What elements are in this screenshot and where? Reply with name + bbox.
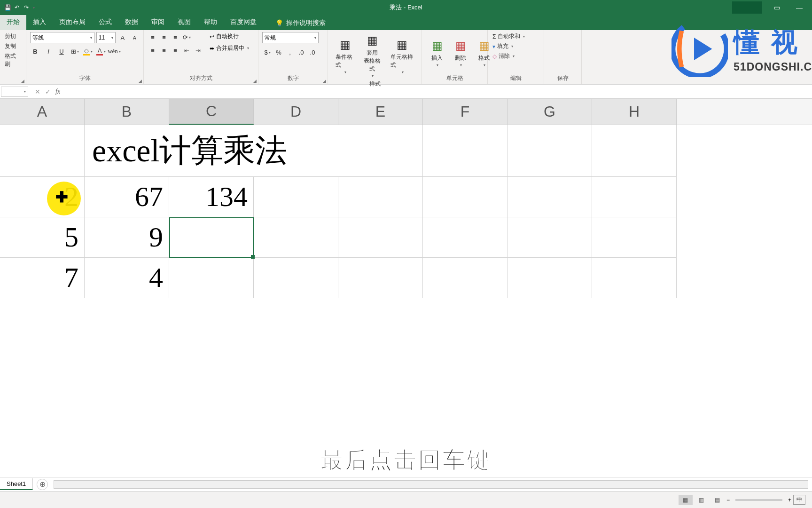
tab-review[interactable]: 审阅 — [145, 15, 171, 30]
dec-decimal-icon[interactable]: .0 — [307, 47, 318, 57]
dialog-launcher-icon[interactable]: ◢ — [323, 79, 326, 83]
font-name-select[interactable]: 等线▾ — [30, 32, 94, 43]
format-painter-button[interactable]: 格式刷 — [4, 52, 22, 69]
sheet-tab-1[interactable]: Sheet1 — [0, 478, 33, 490]
conditional-format-button[interactable]: ▦条件格式▾ — [332, 32, 358, 79]
comma-icon[interactable]: , — [285, 47, 295, 57]
orientation-icon[interactable]: ⟳ — [181, 32, 192, 42]
merge-center-button[interactable]: ⬌合并后居中 — [209, 44, 250, 53]
fill-color-button[interactable]: ◇ — [83, 46, 93, 56]
page-break-icon[interactable]: ▤ — [710, 495, 725, 505]
qat-more-icon[interactable]: ▾ — [33, 6, 35, 10]
undo-icon[interactable]: ↶ — [13, 4, 21, 11]
cell-G2[interactable] — [508, 177, 592, 217]
name-box[interactable]: ▾ — [1, 87, 28, 97]
account-box[interactable] — [732, 1, 762, 14]
cell-B1[interactable]: excel计算乘法 — [85, 125, 338, 177]
increase-font-icon[interactable]: A — [117, 32, 128, 43]
zoom-out-button[interactable]: − — [726, 497, 730, 503]
align-top-icon[interactable]: ≡ — [148, 32, 158, 42]
cell-B3[interactable]: 9 — [85, 217, 169, 258]
ime-indicator[interactable]: 中 — [793, 495, 805, 505]
tab-help[interactable]: 帮助 — [197, 15, 224, 30]
tab-view[interactable]: 视图 — [171, 15, 197, 30]
col-header-F[interactable]: F — [423, 99, 508, 125]
tab-data[interactable]: 数据 — [118, 15, 145, 30]
cell-B4[interactable]: 4 — [85, 258, 169, 298]
zoom-in-button[interactable]: + — [788, 497, 791, 503]
delete-cell-button[interactable]: ▦删除▾ — [449, 32, 472, 73]
tab-baidu[interactable]: 百度网盘 — [224, 15, 263, 30]
align-left-icon[interactable]: ≡ — [148, 45, 158, 56]
cell-E3[interactable] — [338, 217, 423, 258]
clear-button[interactable]: ◇清除 — [492, 52, 540, 61]
cell-D4[interactable] — [254, 258, 338, 298]
number-format-select[interactable]: 常规▾ — [262, 32, 319, 43]
cell-A2[interactable]: 2 — [0, 177, 85, 217]
cut-button[interactable]: 剪切 — [4, 32, 22, 41]
tab-insert[interactable]: 插入 — [26, 15, 53, 30]
inc-decimal-icon[interactable]: .0 — [296, 47, 306, 57]
decrease-font-icon[interactable]: A — [129, 32, 140, 43]
cell-E4[interactable] — [338, 258, 423, 298]
new-sheet-button[interactable]: ⊕ — [37, 479, 48, 490]
cell-E2[interactable] — [338, 177, 423, 217]
dialog-launcher-icon[interactable]: ◢ — [139, 79, 142, 83]
cell-G3[interactable] — [508, 217, 592, 258]
cell-G4[interactable] — [508, 258, 592, 298]
underline-button[interactable]: U — [56, 46, 67, 56]
phonetic-button[interactable]: wén — [109, 46, 119, 56]
formula-input[interactable] — [67, 87, 812, 97]
tab-home[interactable]: 开始 — [0, 15, 26, 30]
indent-inc-icon[interactable]: ⇥ — [193, 45, 203, 56]
ribbon-options-icon[interactable]: ▭ — [766, 0, 788, 15]
cell-A1[interactable] — [0, 125, 85, 177]
cell-F1[interactable] — [423, 125, 508, 177]
cell-F2[interactable] — [423, 177, 508, 217]
table-format-button[interactable]: ▦套用 表格格式▾ — [359, 32, 385, 79]
italic-button[interactable]: I — [43, 46, 54, 56]
dialog-launcher-icon[interactable]: ◢ — [21, 79, 24, 83]
bold-button[interactable]: B — [30, 46, 40, 56]
tab-formulas[interactable]: 公式 — [92, 15, 118, 30]
save-icon[interactable]: 💾 — [4, 4, 11, 11]
font-size-select[interactable]: 11▾ — [96, 32, 116, 43]
currency-icon[interactable]: $ — [262, 47, 273, 57]
col-header-G[interactable]: G — [508, 99, 592, 125]
align-bottom-icon[interactable]: ≡ — [170, 32, 180, 42]
cell-G1[interactable] — [508, 125, 592, 177]
cell-C4[interactable] — [169, 258, 254, 298]
indent-dec-icon[interactable]: ⇤ — [181, 45, 192, 56]
wrap-text-button[interactable]: ↩自动换行 — [209, 32, 250, 41]
align-center-icon[interactable]: ≡ — [159, 45, 169, 56]
horizontal-scrollbar[interactable] — [54, 480, 808, 489]
col-header-C[interactable]: C — [169, 99, 254, 125]
col-header-E[interactable]: E — [338, 99, 423, 125]
tab-layout[interactable]: 页面布局 — [53, 15, 92, 30]
page-layout-icon[interactable]: ▥ — [695, 495, 709, 505]
col-header-A[interactable]: A — [0, 99, 85, 125]
cell-A3[interactable]: 5 — [0, 217, 85, 258]
cancel-formula-icon[interactable]: ✕ — [35, 88, 40, 95]
col-header-B[interactable]: B — [85, 99, 169, 125]
copy-button[interactable]: 复制 — [4, 42, 22, 51]
cell-H4[interactable] — [592, 258, 677, 298]
cell-C3[interactable] — [169, 217, 254, 258]
cell-D2[interactable] — [254, 177, 338, 217]
autosum-button[interactable]: Σ自动求和 — [492, 32, 540, 41]
fill-button[interactable]: ▾填充 — [492, 42, 540, 51]
minimize-button[interactable]: — — [789, 0, 810, 15]
cell-F4[interactable] — [423, 258, 508, 298]
align-middle-icon[interactable]: ≡ — [159, 32, 169, 42]
normal-view-icon[interactable]: ▦ — [679, 495, 693, 505]
tell-me-search[interactable]: 💡 操作说明搜索 — [271, 16, 330, 30]
border-button[interactable]: ⊞ — [70, 46, 80, 56]
insert-cell-button[interactable]: ▦插入▾ — [426, 32, 448, 73]
align-right-icon[interactable]: ≡ — [170, 45, 180, 56]
fx-icon[interactable]: fx — [55, 88, 60, 95]
cell-A4[interactable]: 7 — [0, 258, 85, 298]
cell-H2[interactable] — [592, 177, 677, 217]
cell-H1[interactable] — [592, 125, 677, 177]
percent-icon[interactable]: % — [273, 47, 284, 57]
cell-H3[interactable] — [592, 217, 677, 258]
